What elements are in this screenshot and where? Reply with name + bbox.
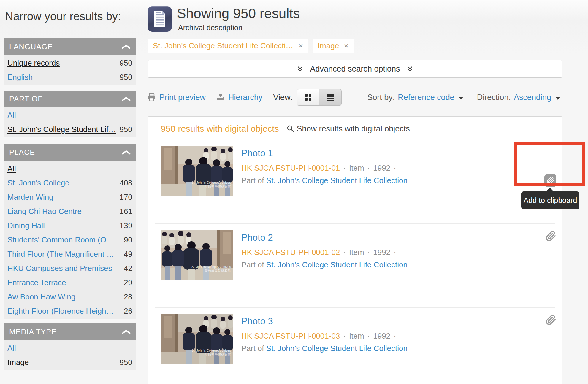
list-view-button[interactable] <box>319 89 341 105</box>
reference-code: HK SJCA FSTU-PH-0001-01 <box>241 164 340 172</box>
double-chevron-down-icon <box>407 66 413 72</box>
facet-item-row: St. John's College Student Lif… 950 <box>4 122 136 137</box>
facet-count: 49 <box>124 250 132 258</box>
facet-item-place[interactable]: Students' Common Room (O… <box>7 235 114 244</box>
facet-item-place[interactable]: St. John's College <box>7 178 69 187</box>
result-thumbnail[interactable]: St. John's College Archives 聖約翰學院檔案館 <box>161 314 233 364</box>
facet-part-of-header[interactable]: PART OF <box>4 91 136 107</box>
facet-count: 139 <box>120 221 132 230</box>
part-of-link[interactable]: St. John's College Student Life Collecti… <box>266 260 408 269</box>
caret-down-icon <box>459 97 463 100</box>
close-icon[interactable]: ✕ <box>298 42 303 50</box>
result-part-of: Part of St. John's College Student Life … <box>241 344 408 353</box>
facet-count: 950 <box>120 58 132 67</box>
list-view-icon <box>327 94 334 101</box>
reference-code: HK SJCA FSTU-PH-0001-02 <box>241 248 340 257</box>
add-to-clipboard-button[interactable] <box>544 174 556 187</box>
level-of-description: Item <box>349 164 364 172</box>
chevron-up-icon <box>122 150 131 155</box>
facet-item-all[interactable]: All <box>7 344 16 353</box>
facet-count: 950 <box>120 73 132 82</box>
result-part-of: Part of St. John's College Student Life … <box>241 260 408 269</box>
hierarchy-icon <box>216 94 225 101</box>
result-row: St. John's College Archives 聖約翰學院檔案館 Pho… <box>148 229 562 312</box>
facet-item-all[interactable]: All <box>7 164 16 173</box>
facet-item-place[interactable]: Eighth Floor (Florence Heigh… <box>7 307 114 315</box>
result-title-link[interactable]: Photo 1 <box>241 148 273 159</box>
sidebar-heading: Narrow your results by: <box>5 10 121 23</box>
result-title-link[interactable]: Photo 2 <box>241 232 273 243</box>
facet-media-type-header[interactable]: MEDIA TYPE <box>4 323 136 340</box>
facet-count: 29 <box>124 278 132 287</box>
show-digital-objects-link[interactable]: Show results with digital objects <box>287 124 410 134</box>
card-view-button[interactable] <box>297 89 319 105</box>
page-title: Showing 950 results <box>177 5 300 21</box>
add-to-clipboard-button[interactable] <box>546 231 556 242</box>
level-of-description: Item <box>349 331 364 340</box>
printer-icon <box>148 93 156 101</box>
sort-by-dropdown[interactable]: Reference code <box>398 93 454 102</box>
filter-tag-collection[interactable]: St. John's College Student Life Collecti… <box>148 39 308 53</box>
part-of-link[interactable]: St. John's College Student Life Collecti… <box>266 176 408 185</box>
advanced-search-toggle[interactable]: Advanced search options <box>148 60 562 78</box>
facet-title: PART OF <box>9 95 43 103</box>
add-to-clipboard-tooltip: Add to clipboard <box>521 191 579 209</box>
reference-code: HK SJCA FSTU-PH-0001-03 <box>241 331 340 340</box>
facet-item-row: All <box>4 108 136 122</box>
tooltip-arrow <box>546 188 554 192</box>
result-meta: HK SJCA FSTU-PH-0001-02·Item·1992· <box>241 248 400 257</box>
part-of-label: Part of <box>241 176 264 185</box>
facet-item-place[interactable]: Third Floor (The Magnificent … <box>7 250 114 258</box>
page-subtitle: Archival description <box>178 23 243 32</box>
facet-count: 28 <box>124 292 132 301</box>
facet-language: LANGUAGE Unique records 950 English 950 <box>4 38 136 85</box>
caret-down-icon <box>555 97 560 100</box>
direction-dropdown[interactable]: Ascending <box>514 93 551 102</box>
sort-by-label: Sort by: <box>367 93 395 102</box>
add-to-clipboard-button[interactable] <box>546 315 556 325</box>
row-divider <box>155 223 555 224</box>
level-of-description: Item <box>349 248 364 257</box>
facet-title: PLACE <box>9 148 35 157</box>
result-date: 1992 <box>373 248 390 257</box>
part-of-label: Part of <box>241 260 264 269</box>
search-results-page: Narrow your results by: LANGUAGE Unique … <box>0 0 588 384</box>
show-digital-objects-label: Show results with digital objects <box>297 124 410 134</box>
close-icon[interactable]: ✕ <box>344 42 349 50</box>
thumbnail-watermark: St. John's College Archives 聖約翰學院檔案館 <box>191 348 231 356</box>
print-preview-link[interactable]: Print preview <box>159 93 206 102</box>
part-of-link[interactable]: St. John's College Student Life Collecti… <box>266 344 408 353</box>
facet-item-row: English 950 <box>4 70 136 84</box>
facet-count: 950 <box>120 358 132 367</box>
facet-item-place[interactable]: Entrance Terrace <box>7 278 66 287</box>
facet-item-place[interactable]: Dining Hall <box>7 221 45 230</box>
result-thumbnail[interactable]: St. John's College Archives 聖約翰學院檔案館 <box>161 146 233 196</box>
result-thumbnail[interactable]: St. John's College Archives 聖約翰學院檔案館 <box>161 230 233 280</box>
facet-item-image[interactable]: Image <box>7 358 29 367</box>
facet-item-all[interactable]: All <box>7 111 16 120</box>
facet-place-header[interactable]: PLACE <box>4 144 136 161</box>
hierarchy-link[interactable]: Hierarchy <box>228 93 263 102</box>
results-panel: 950 results with digital objects Show re… <box>148 116 562 384</box>
facet-item-english[interactable]: English <box>7 73 33 82</box>
facet-item-place[interactable]: HKU Campuses and Premises <box>7 264 112 273</box>
facet-language-header[interactable]: LANGUAGE <box>4 38 136 55</box>
facet-item-unique-records[interactable]: Unique records <box>7 58 60 67</box>
facet-item-place[interactable]: Marden Wing <box>7 193 53 201</box>
facet-item-collection[interactable]: St. John's College Student Lif… <box>7 125 116 134</box>
filter-tag-label: Image <box>318 41 339 50</box>
advanced-search-label: Advanced search options <box>310 64 400 74</box>
facet-count: 42 <box>124 264 132 273</box>
results-count-text: 950 results with digital objects <box>161 124 279 134</box>
thumbnail-watermark: St. John's College Archives 聖約翰學院檔案館 <box>191 265 231 273</box>
result-title-link[interactable]: Photo 3 <box>241 316 273 327</box>
facet-item-place[interactable]: Liang Chi Hao Centre <box>7 207 82 216</box>
facet-item-place[interactable]: Aw Boon Haw Wing <box>7 292 75 301</box>
filter-tag-image[interactable]: Image ✕ <box>313 39 354 53</box>
archival-description-icon <box>148 6 172 32</box>
facet-title: MEDIA TYPE <box>9 328 57 336</box>
facet-count: 408 <box>120 178 132 187</box>
result-date: 1992 <box>373 331 390 340</box>
facet-count: 161 <box>120 207 132 216</box>
result-row: St. John's College Archives 聖約翰學院檔案館 Pho… <box>148 313 562 384</box>
